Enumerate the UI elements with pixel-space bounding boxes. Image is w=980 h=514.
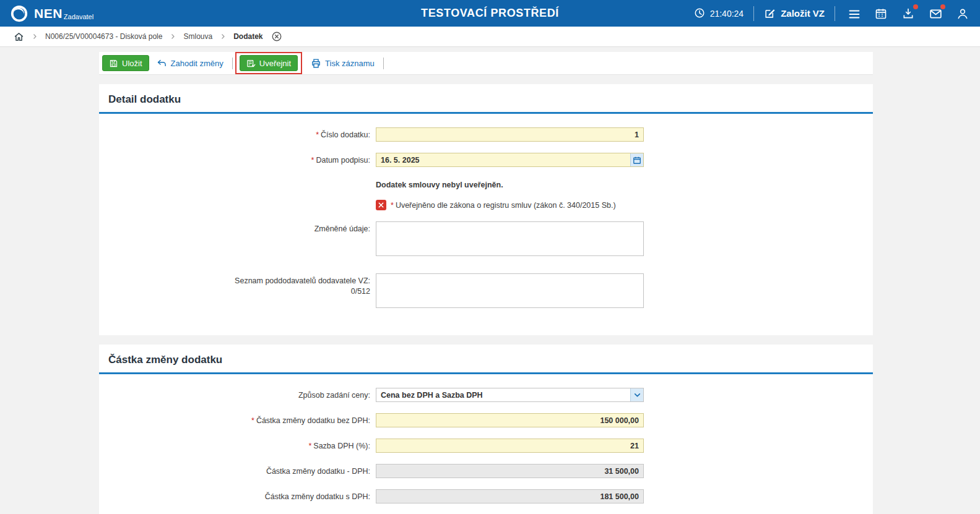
seznam-poddodavatelu-textarea[interactable] bbox=[376, 273, 644, 308]
save-button[interactable]: Uložit bbox=[102, 55, 149, 71]
topbar-actions: 21:40:24 Založit VZ bbox=[694, 6, 971, 21]
profile-button[interactable] bbox=[954, 6, 971, 21]
calendar-icon bbox=[875, 7, 887, 20]
menu-button[interactable] bbox=[845, 6, 862, 21]
field-label-datum-podpisu: *Datum podpisu: bbox=[99, 153, 376, 166]
page: NEN Zadavatel TESTOVACÍ PROSTŘEDÍ 21:40:… bbox=[0, 0, 980, 514]
publish-button[interactable]: Uveřejnit bbox=[240, 55, 298, 71]
section-title: Detail dodatku bbox=[99, 84, 873, 112]
record-toolbar: Uložit Zahodit změny Uveřejnit Tisk zázn… bbox=[99, 52, 873, 75]
datum-podpisu-input[interactable] bbox=[376, 153, 644, 167]
brand-name: NEN bbox=[34, 6, 63, 21]
red-x-indicator-icon bbox=[376, 200, 386, 210]
toolbar-separator bbox=[232, 58, 233, 69]
brand-block: NEN Zadavatel bbox=[10, 4, 93, 23]
castka-dph-readonly bbox=[376, 464, 644, 478]
castka-bez-dph-input[interactable] bbox=[376, 413, 644, 427]
field-label-castka-s-dph: Částka změny dodatku s DPH: bbox=[99, 489, 376, 502]
user-icon bbox=[956, 7, 969, 20]
field-label-bez-dph: *Částka změny dodatku bez DPH: bbox=[99, 413, 376, 426]
close-breadcrumb-icon[interactable] bbox=[271, 31, 282, 42]
download-icon bbox=[902, 7, 914, 20]
section-detail-dodatku: Detail dodatku *Číslo dodatku: *Datum po… bbox=[99, 84, 873, 335]
messages-button[interactable] bbox=[927, 6, 944, 21]
field-label-castka-dph: Částka změny dodatku - DPH: bbox=[99, 464, 376, 477]
zmenene-udaje-textarea[interactable] bbox=[376, 221, 644, 256]
field-label-zmenene-udaje: Změněné údaje: bbox=[99, 221, 376, 234]
calendar-button[interactable] bbox=[872, 6, 890, 21]
zpusob-zadani-select[interactable] bbox=[376, 388, 644, 402]
discard-changes-button[interactable]: Zahodit změny bbox=[157, 58, 223, 69]
environment-title: TESTOVACÍ PROSTŘEDÍ bbox=[421, 7, 559, 20]
brand-subtitle: Zadavatel bbox=[64, 13, 93, 20]
chevron-right-icon bbox=[169, 33, 176, 40]
clock: 21:40:24 bbox=[694, 7, 744, 20]
field-label-seznam-poddodavatelu: Seznam poddodavatelů dodavatele VZ: 0/51… bbox=[99, 273, 376, 297]
field-label-sazba-dph: *Sazba DPH (%): bbox=[99, 439, 376, 452]
sazba-dph-input[interactable] bbox=[376, 439, 644, 453]
cislo-dodatku-input[interactable] bbox=[376, 127, 644, 142]
chevron-right-icon bbox=[219, 33, 227, 40]
toolbar-separator bbox=[383, 58, 384, 69]
chevron-right-icon bbox=[31, 33, 38, 40]
download-badge bbox=[913, 4, 918, 9]
breadcrumb-item-dodatek: Dodatek bbox=[233, 32, 262, 41]
breadcrumb: N006/25/V00004673 - Disková pole Smlouva… bbox=[0, 27, 980, 47]
not-published-note: Dodatek smlouvy nebyl uveřejněn. bbox=[376, 178, 644, 189]
registry-law-label: *Uveřejněno dle zákona o registru smluv … bbox=[391, 201, 616, 210]
field-label-cislo-dodatku: *Číslo dodatku: bbox=[99, 127, 376, 140]
home-icon[interactable] bbox=[14, 32, 24, 42]
breadcrumb-item-contract[interactable]: N006/25/V00004673 - Disková pole bbox=[45, 32, 162, 41]
downloads-button[interactable] bbox=[900, 6, 917, 21]
char-counter: 0/512 bbox=[351, 287, 370, 296]
nen-logo-icon bbox=[10, 4, 28, 23]
compose-icon bbox=[764, 7, 776, 20]
main-content: Uložit Zahodit změny Uveřejnit Tisk zázn… bbox=[0, 47, 980, 514]
hamburger-icon bbox=[848, 7, 860, 20]
date-picker-button[interactable] bbox=[630, 153, 643, 166]
section-title: Částka změny dodatku bbox=[99, 345, 873, 372]
envelope-icon bbox=[929, 7, 942, 20]
clock-value: 21:40:24 bbox=[710, 9, 744, 19]
section-castka-zmeny: Částka změny dodatku Způsob zadání ceny:… bbox=[99, 345, 873, 514]
topbar: NEN Zadavatel TESTOVACÍ PROSTŘEDÍ 21:40:… bbox=[0, 0, 980, 27]
divider bbox=[753, 6, 754, 21]
castka-s-dph-readonly bbox=[376, 489, 644, 503]
create-vz-button[interactable]: Založit VZ bbox=[764, 7, 825, 20]
dropdown-chevron-button[interactable] bbox=[630, 388, 643, 401]
field-label-zpusob-zadani: Způsob zadání ceny: bbox=[99, 388, 376, 401]
breadcrumb-item-smlouva[interactable]: Smlouva bbox=[183, 32, 212, 41]
annotation-highlight: Uveřejnit bbox=[235, 52, 302, 74]
print-record-button[interactable]: Tisk záznamu bbox=[311, 58, 375, 69]
divider bbox=[835, 6, 835, 21]
messages-badge bbox=[940, 4, 945, 9]
clock-icon bbox=[694, 7, 706, 20]
